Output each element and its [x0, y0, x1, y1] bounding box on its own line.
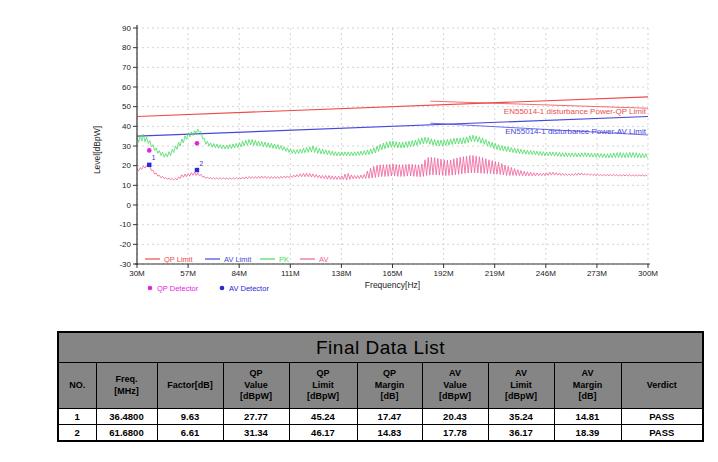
data-cell: 18.39	[554, 425, 621, 442]
data-cell: 46.17	[289, 425, 357, 442]
table-header-row: NO.Freq.[MHz]Factor[dB]QPValue[dBpW]QPLi…	[58, 363, 703, 409]
legend-label-qp-limit: QP Limit	[164, 255, 194, 264]
level-vs-frequency-plot: EN55014-1 disturbance Power-QP LimitEN55…	[0, 0, 718, 310]
y-tick-label: 70	[122, 63, 131, 72]
av-detector-marker	[195, 168, 199, 172]
data-cell: 45.24	[289, 409, 357, 425]
legend-label-pk: PK	[279, 255, 289, 264]
y-tick-label: -30	[119, 260, 131, 269]
column-header-qp: QPMargin[dB]	[357, 363, 422, 409]
x-tick-label: 111M	[281, 269, 300, 278]
y-tick-label: -10	[119, 220, 131, 229]
data-cell: 17.78	[422, 425, 488, 442]
qp-detector-legend-label: QP Detector	[157, 284, 199, 293]
column-header-no-: NO.	[58, 363, 96, 409]
data-cell: 9.63	[157, 409, 223, 425]
x-tick-label: 246M	[536, 269, 556, 278]
column-header-av: AVValue[dBpW]	[422, 363, 488, 409]
data-cell: 14.81	[554, 409, 621, 425]
y-tick-label: 10	[122, 181, 131, 190]
x-tick-label: 138M	[331, 269, 351, 278]
x-tick-label: 219M	[485, 269, 505, 278]
x-tick-label: 30M	[129, 269, 145, 278]
column-header-av: AVMargin[dB]	[554, 363, 621, 409]
table-title-row: Final Data List	[58, 332, 703, 363]
y-tick-label: 30	[122, 142, 131, 151]
verdict-cell: PASS	[621, 409, 703, 425]
data-cell: 35.24	[488, 409, 554, 425]
av-detector-legend-label: AV Detector	[229, 284, 269, 293]
marker-index-label: 2	[199, 160, 203, 167]
data-cell: 2	[58, 425, 96, 442]
column-header-av: AVLimit[dBpW]	[488, 363, 554, 409]
av-detector-marker	[147, 163, 151, 167]
qp-detector-marker	[147, 148, 152, 153]
verdict-cell: PASS	[621, 425, 703, 442]
data-cell: 61.6800	[96, 425, 157, 442]
qp-detector-legend-marker	[148, 286, 153, 291]
data-cell: 6.61	[157, 425, 223, 442]
x-tick-label: 192M	[434, 269, 454, 278]
table-title: Final Data List	[58, 332, 703, 363]
level-axis-label: Level[dBpW]	[92, 126, 102, 174]
x-tick-label: 300M	[638, 269, 658, 278]
y-tick-label: 40	[122, 122, 131, 131]
data-cell: 36.4800	[96, 409, 157, 425]
av-detector-legend-marker	[220, 286, 225, 291]
disturbance-power-chart: EN55014-1 disturbance Power-QP LimitEN55…	[0, 0, 718, 300]
column-header-qp: QPLimit[dBpW]	[289, 363, 357, 409]
column-header-factor-db-: Factor[dB]	[157, 363, 223, 409]
table-row-1: 136.48009.6327.7745.2417.4720.4335.2414.…	[58, 409, 703, 425]
column-header-freq-: Freq.[MHz]	[96, 363, 157, 409]
column-header-verdict: Verdict	[621, 363, 703, 409]
column-header-qp: QPValue[dBpW]	[223, 363, 289, 409]
table-row-2: 261.68006.6131.3446.1714.8317.7836.1718.…	[58, 425, 703, 442]
qp-detector-marker	[195, 141, 200, 146]
data-cell: 17.47	[357, 409, 422, 425]
marker-index-label: 1	[152, 154, 156, 161]
y-tick-label: 0	[127, 201, 132, 210]
annotation-label-1: EN55014-1 disturbance Power-QP Limit	[504, 107, 647, 116]
y-tick-label: 90	[122, 24, 131, 33]
data-cell: 27.77	[223, 409, 289, 425]
x-tick-label: 273M	[587, 269, 607, 278]
annotation-label-2: EN55014-1 disturbance Power-AV Limit	[505, 127, 647, 136]
x-tick-label: 165M	[382, 269, 402, 278]
x-tick-label: 84M	[231, 269, 247, 278]
data-cell: 14.83	[357, 425, 422, 442]
y-tick-label: 20	[122, 161, 131, 170]
x-tick-label: 57M	[180, 269, 196, 278]
emc-test-report-page: EN55014-1 disturbance Power-QP LimitEN55…	[0, 0, 718, 462]
data-cell: 20.43	[422, 409, 488, 425]
data-cell: 36.17	[488, 425, 554, 442]
legend-label-av: AV	[319, 255, 328, 264]
y-tick-label: 80	[122, 43, 131, 52]
data-cell: 31.34	[223, 425, 289, 442]
legend-label-av-limit: AV Limit	[224, 255, 252, 264]
data-cell: 1	[58, 409, 96, 425]
y-tick-label: 60	[122, 83, 131, 92]
frequency-axis-label: Frequency[Hz]	[365, 280, 420, 290]
final-data-table: Final Data List NO.Freq.[MHz]Factor[dB]Q…	[57, 331, 704, 442]
y-tick-label: 50	[122, 102, 131, 111]
y-tick-label: -20	[119, 240, 131, 249]
